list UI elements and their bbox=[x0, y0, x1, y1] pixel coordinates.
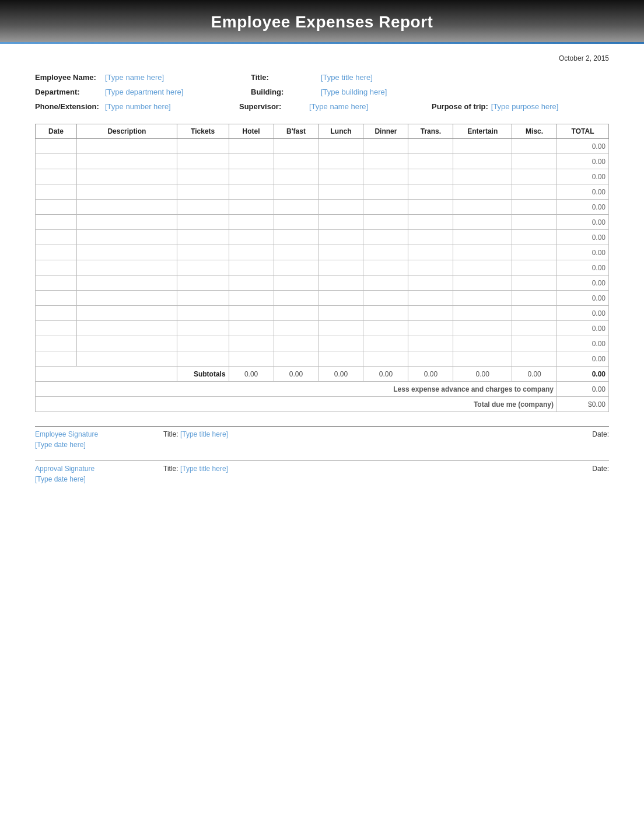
row-cell bbox=[229, 260, 274, 275]
table-row[interactable]: 0.00 bbox=[36, 200, 609, 215]
signature-section: Employee Signature Title: [Type title he… bbox=[35, 426, 609, 483]
row-total-cell: 0.00 bbox=[557, 336, 609, 351]
row-cell bbox=[229, 184, 274, 200]
row-cell bbox=[177, 321, 229, 336]
department-group: Department: [Type department here] bbox=[35, 88, 198, 96]
row-cell bbox=[363, 215, 408, 230]
employee-name-label: Employee Name: bbox=[35, 73, 105, 82]
col-header-misc: Misc. bbox=[512, 124, 557, 139]
table-row[interactable]: 0.00 bbox=[36, 275, 609, 291]
department-value[interactable]: [Type department here] bbox=[105, 88, 198, 96]
table-row[interactable]: 0.00 bbox=[36, 184, 609, 200]
row-cell bbox=[318, 169, 363, 184]
total-due-label: Total due me (company) bbox=[36, 397, 557, 412]
row-cell bbox=[512, 336, 557, 351]
supervisor-value[interactable]: [Type name here] bbox=[309, 102, 402, 111]
row-cell bbox=[408, 169, 453, 184]
row-total-cell: 0.00 bbox=[557, 321, 609, 336]
row-cell bbox=[177, 215, 229, 230]
table-row[interactable]: 0.00 bbox=[36, 139, 609, 154]
subtotal-lunch: 0.00 bbox=[318, 367, 363, 382]
table-row[interactable]: 0.00 bbox=[36, 169, 609, 184]
row-cell bbox=[77, 351, 177, 367]
phone-value[interactable]: [Type number here] bbox=[105, 102, 198, 111]
total-due-value[interactable]: $0.00 bbox=[557, 397, 609, 412]
table-row[interactable]: 0.00 bbox=[36, 215, 609, 230]
col-header-lunch: Lunch bbox=[318, 124, 363, 139]
approval-signature-block: Approval Signature Title: [Type title he… bbox=[35, 461, 609, 483]
row-cell bbox=[36, 245, 77, 260]
department-label: Department: bbox=[35, 88, 105, 96]
title-value[interactable]: [Type title here] bbox=[321, 73, 414, 82]
advance-row: Less expense advance and charges to comp… bbox=[36, 382, 609, 397]
row-cell bbox=[229, 336, 274, 351]
table-row[interactable]: 0.00 bbox=[36, 154, 609, 169]
employee-sig-typed-date[interactable]: [Type date here] bbox=[35, 441, 609, 449]
advance-value[interactable]: 0.00 bbox=[557, 382, 609, 397]
row-total-cell: 0.00 bbox=[557, 275, 609, 291]
row-cell bbox=[77, 336, 177, 351]
row-cell bbox=[36, 139, 77, 154]
table-row[interactable]: 0.00 bbox=[36, 260, 609, 275]
table-row[interactable]: 0.00 bbox=[36, 291, 609, 306]
subtotal-misc: 0.00 bbox=[512, 367, 557, 382]
phone-label: Phone/Extension: bbox=[35, 102, 105, 111]
row-cell bbox=[36, 275, 77, 291]
col-header-tickets: Tickets bbox=[177, 124, 229, 139]
table-row[interactable]: 0.00 bbox=[36, 351, 609, 367]
row-cell bbox=[229, 169, 274, 184]
row-cell bbox=[77, 260, 177, 275]
row-cell bbox=[453, 336, 512, 351]
total-due-row: Total due me (company) $0.00 bbox=[36, 397, 609, 412]
row-cell bbox=[408, 200, 453, 215]
row-cell bbox=[177, 184, 229, 200]
table-row[interactable]: 0.00 bbox=[36, 306, 609, 321]
row-cell bbox=[512, 139, 557, 154]
table-row[interactable]: 0.00 bbox=[36, 336, 609, 351]
approval-sig-typed-date[interactable]: [Type date here] bbox=[35, 475, 609, 483]
row-cell bbox=[274, 321, 318, 336]
row-cell bbox=[408, 336, 453, 351]
row-cell bbox=[408, 184, 453, 200]
employee-name-value[interactable]: [Type name here] bbox=[105, 73, 198, 82]
supervisor-group: Supervisor: [Type name here] bbox=[239, 102, 402, 111]
row-cell bbox=[36, 169, 77, 184]
row-cell bbox=[318, 275, 363, 291]
row-cell bbox=[453, 306, 512, 321]
building-value[interactable]: [Type building here] bbox=[321, 88, 414, 96]
row-cell bbox=[77, 306, 177, 321]
approval-sig-date-label: Date: bbox=[539, 465, 609, 473]
row-cell bbox=[177, 200, 229, 215]
row-cell bbox=[229, 321, 274, 336]
row-total-cell: 0.00 bbox=[557, 351, 609, 367]
row-cell bbox=[274, 260, 318, 275]
row-total-cell: 0.00 bbox=[557, 139, 609, 154]
subtotal-bfast: 0.00 bbox=[274, 367, 318, 382]
row-cell bbox=[229, 200, 274, 215]
table-row[interactable]: 0.00 bbox=[36, 230, 609, 245]
page-title: Employee Expenses Report bbox=[0, 13, 644, 32]
purpose-value[interactable]: [Type purpose here] bbox=[491, 102, 584, 111]
row-cell bbox=[318, 230, 363, 245]
row-cell bbox=[363, 306, 408, 321]
row-cell bbox=[453, 245, 512, 260]
row-cell bbox=[274, 275, 318, 291]
row-cell bbox=[363, 275, 408, 291]
row-cell bbox=[274, 230, 318, 245]
row-cell bbox=[363, 321, 408, 336]
row-cell bbox=[363, 260, 408, 275]
building-label: Building: bbox=[251, 88, 321, 96]
row-total-cell: 0.00 bbox=[557, 154, 609, 169]
table-row[interactable]: 0.00 bbox=[36, 321, 609, 336]
row-cell bbox=[318, 184, 363, 200]
row-cell bbox=[177, 154, 229, 169]
col-header-entertain: Entertain bbox=[453, 124, 512, 139]
row-cell bbox=[36, 336, 77, 351]
table-row[interactable]: 0.00 bbox=[36, 245, 609, 260]
row-cell bbox=[274, 200, 318, 215]
row-cell bbox=[77, 245, 177, 260]
row-cell bbox=[36, 184, 77, 200]
row-cell bbox=[77, 215, 177, 230]
col-header-hotel: Hotel bbox=[229, 124, 274, 139]
row-cell bbox=[318, 351, 363, 367]
